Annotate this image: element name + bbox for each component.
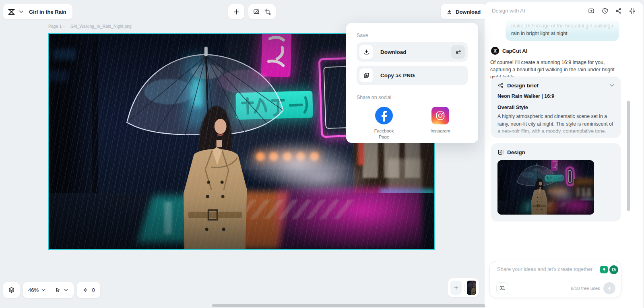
neon-rain-artwork bbox=[467, 281, 476, 295]
download-button[interactable]: Download bbox=[441, 4, 486, 19]
add-page-button[interactable] bbox=[450, 281, 462, 295]
layers-button[interactable] bbox=[3, 282, 20, 298]
free-uses-counter: 6/10 free uses bbox=[571, 286, 600, 291]
collapse-panel-icon[interactable] bbox=[629, 7, 636, 14]
design-brief-title: Design brief bbox=[507, 83, 539, 89]
design-card: Design bbox=[491, 143, 621, 221]
download-label: Download bbox=[456, 9, 481, 15]
save-menu-title: Save bbox=[357, 33, 468, 38]
page-file-name: Girl_Walking_In_Rain_Night.png bbox=[70, 24, 132, 29]
divider bbox=[464, 284, 464, 291]
divider bbox=[50, 287, 50, 294]
page-thumbnail[interactable] bbox=[467, 281, 476, 295]
brief-section-title: Overall Style bbox=[497, 105, 614, 110]
page-number: Page 1 – bbox=[48, 24, 65, 29]
instagram-label: Instagram bbox=[431, 128, 450, 134]
download-settings-button[interactable] bbox=[451, 45, 465, 59]
design-with-ai-panel: make 16:9 image of the beautiful girl wa… bbox=[485, 2, 643, 308]
chevron-down-icon bbox=[19, 10, 23, 13]
capcut-logo-icon bbox=[7, 8, 16, 16]
pages-strip bbox=[448, 278, 479, 297]
canvas-tools-group bbox=[248, 4, 276, 19]
brief-name: Neon Rain Walker | 16:9 bbox=[497, 93, 614, 99]
add-element-button[interactable] bbox=[228, 4, 244, 19]
design-card-title: Design bbox=[507, 149, 525, 155]
copy-as-png-label: Copy as PNG bbox=[380, 72, 415, 79]
instagram-icon bbox=[431, 107, 449, 124]
share-on-social-title: Share on social bbox=[357, 95, 468, 100]
chevron-down-icon[interactable] bbox=[609, 84, 614, 87]
facebook-label: FacebookPage bbox=[374, 128, 394, 140]
panel-title: Design with AI bbox=[492, 8, 525, 14]
layers-icon bbox=[8, 286, 15, 294]
project-title: Girl in the Rain bbox=[29, 9, 66, 15]
chat-input-card: G 6/10 free uses bbox=[489, 261, 621, 298]
crop-icon[interactable] bbox=[264, 8, 271, 15]
sparkle-icon bbox=[82, 287, 89, 294]
horizontal-scrollbar[interactable] bbox=[212, 304, 485, 307]
project-switcher[interactable]: Girl in the Rain bbox=[3, 4, 72, 19]
grammarly-icon[interactable]: G bbox=[609, 265, 618, 274]
brief-fade bbox=[491, 127, 621, 138]
panel-scrollbar[interactable] bbox=[627, 101, 630, 211]
brief-nodes-icon bbox=[497, 82, 504, 89]
capcut-ai-avatar bbox=[491, 47, 499, 55]
cursor-tool-icon[interactable] bbox=[55, 287, 61, 294]
save-menu: Save Download Copy as PNG Share on socia… bbox=[346, 23, 478, 143]
credits-count: 0 bbox=[92, 287, 95, 293]
add-image-icon[interactable] bbox=[496, 282, 508, 294]
ai-name: CapCut AI bbox=[502, 48, 527, 54]
facebook-icon bbox=[375, 107, 393, 124]
user-message-text: rain in bright light at night bbox=[511, 30, 613, 37]
view-controls: 46% bbox=[23, 282, 74, 298]
design-thumbnail[interactable] bbox=[497, 160, 594, 215]
page-label: Page 1 – Girl_Walking_In_Rain_Night.png bbox=[48, 24, 132, 29]
zoom-level[interactable]: 46% bbox=[28, 287, 39, 293]
background-fill-icon[interactable] bbox=[253, 8, 260, 15]
copy-as-png-option[interactable]: Copy as PNG bbox=[357, 66, 468, 85]
share-icon[interactable] bbox=[615, 7, 622, 14]
ideas-bulb-icon[interactable] bbox=[600, 266, 608, 273]
share-facebook-button[interactable]: FacebookPage bbox=[366, 107, 402, 140]
chevron-down-icon[interactable] bbox=[64, 289, 68, 291]
history-icon[interactable] bbox=[601, 7, 609, 14]
chat-input[interactable] bbox=[497, 266, 594, 272]
user-message-bubble: make 16:9 image of the beautiful girl wa… bbox=[506, 19, 619, 41]
new-chat-icon[interactable] bbox=[588, 7, 595, 14]
copy-image-icon bbox=[359, 68, 373, 82]
save-download-option[interactable]: Download bbox=[357, 42, 468, 62]
save-download-label: Download bbox=[380, 49, 407, 55]
user-message-faded: make 16:9 image of the beautiful girl wa… bbox=[511, 22, 613, 30]
neon-rain-artwork bbox=[497, 160, 594, 215]
send-button[interactable] bbox=[603, 282, 615, 294]
plus-icon bbox=[233, 8, 240, 15]
download-icon bbox=[359, 45, 373, 59]
design-icon bbox=[497, 149, 504, 155]
download-icon bbox=[446, 9, 452, 15]
credits-button[interactable]: 0 bbox=[77, 282, 100, 298]
share-instagram-button[interactable]: Instagram bbox=[423, 107, 458, 140]
design-brief-card[interactable]: Design brief Neon Rain Walker | 16:9 Ove… bbox=[491, 76, 621, 138]
sliders-icon bbox=[455, 49, 462, 56]
chevron-down-icon[interactable] bbox=[41, 289, 45, 291]
